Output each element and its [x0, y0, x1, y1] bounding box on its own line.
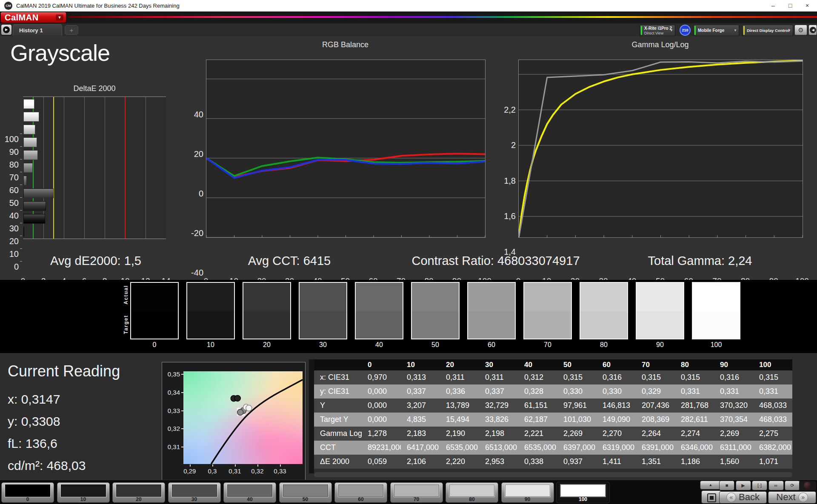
swatch-actual-60 [468, 283, 515, 311]
transport-loop-button[interactable]: [·] [752, 481, 767, 490]
table-cell: 0,329 [636, 384, 675, 399]
back-button[interactable]: « Back [719, 491, 767, 504]
table-cell: 2,275 [753, 427, 792, 441]
meter-dropdown[interactable]: X-Rite i1Pro 2 Direct View ▼ [640, 25, 675, 36]
table-cell: 0,000 [362, 399, 401, 413]
table-cell: 146,813 [597, 399, 636, 413]
deltae-tick-label: 80 [0, 160, 19, 170]
table-cell: 1,411 [597, 455, 636, 469]
deltae-tick-label: 50 [0, 198, 19, 208]
pattern-button-30[interactable]: 30 [168, 482, 221, 503]
detail-panel: Current Reading x: 0,3147 y: 0,3308 fL: … [0, 353, 817, 480]
display-control-dropdown[interactable]: Direct Display Control ▼ [742, 25, 793, 36]
pattern-button-50[interactable]: 50 [279, 482, 332, 503]
pattern-patch-0 [5, 484, 50, 497]
settings-gear-button[interactable]: ⚙ [794, 25, 807, 35]
collapse-panel-button[interactable]: ◀ [808, 25, 817, 35]
table-header-row: 0102030405060708090100 [314, 359, 792, 370]
table-cell: 0,331 [753, 384, 792, 399]
pattern-patch-60 [338, 484, 383, 497]
next-arrows-icon: » [798, 493, 808, 502]
transport-stop-button[interactable]: ■ [719, 481, 734, 490]
pattern-button-80[interactable]: 80 [446, 482, 498, 503]
table-cell: 1,351 [636, 455, 675, 469]
pattern-button-60[interactable]: 60 [334, 482, 387, 503]
swatch-50 [411, 282, 460, 339]
pattern-button-20[interactable]: 20 [112, 482, 165, 503]
measured-point-dark [234, 395, 240, 401]
transport-refresh-button[interactable]: ⟳ [785, 481, 800, 490]
pattern-button-100[interactable]: 100 [557, 482, 609, 503]
table-cell: 2,269 [714, 427, 753, 441]
stat-contrast-ratio: Contrast Ratio: 468033074917 [411, 254, 580, 268]
cie-y-tick-label: 0,33 [165, 407, 180, 414]
deltae-tick-label: 20 [0, 236, 19, 246]
table-cell: 6382,000 [753, 441, 792, 455]
pattern-patch-30 [172, 484, 217, 497]
deltae-tick [20, 197, 22, 198]
pattern-patch-80 [449, 484, 494, 497]
table-cell: 6319,000 [597, 441, 636, 455]
deltae-bar-70 [23, 137, 37, 147]
deltae-gridline [146, 97, 146, 239]
target-row-label: Target [123, 308, 129, 342]
table-header-cell: 0 [362, 359, 401, 370]
swatch-10 [186, 282, 235, 339]
workflow-nav-button[interactable]: ▶ [1, 25, 11, 35]
table-cell: 370,320 [714, 399, 753, 413]
swatch-label-30: 30 [299, 341, 347, 349]
transport-play-button[interactable]: ▶ [736, 481, 751, 490]
stop-measure-button[interactable] [701, 490, 721, 504]
cie-chart-panel: 0,350,340,330,320,31 0,290,30,310,320,33 [162, 362, 306, 481]
deltae-ref-target-warn [53, 97, 54, 239]
table-header-cell: 50 [557, 359, 597, 370]
tab-history-1[interactable]: History 1 [13, 24, 62, 36]
calman-window: CM CalMAN 2019 CalMAN Ultimate for Busin… [0, 0, 817, 504]
pattern-label-30: 30 [169, 496, 220, 502]
swatch-label-40: 40 [355, 341, 403, 349]
calman-menu-button[interactable]: CalMAN ▼ [1, 12, 66, 23]
table-header-cell: 10 [401, 359, 440, 370]
table-cell: 2,106 [401, 455, 440, 469]
table-cell: 6397,000 [557, 441, 597, 455]
table-cell: 0,937 [557, 455, 597, 469]
minimize-button[interactable]: – [766, 0, 780, 11]
next-button[interactable]: Next » [768, 491, 816, 504]
table-cell: 2,198 [479, 427, 518, 441]
swatch-target-20 [243, 311, 290, 339]
chevron-down-icon: ▼ [788, 28, 791, 32]
deltae-tick [20, 159, 22, 159]
pattern-patch-100 [560, 484, 606, 497]
transport-continuous-button[interactable]: ∞ [768, 481, 784, 490]
table-cell: 282,611 [675, 413, 714, 427]
pattern-button-0[interactable]: 0 [1, 482, 54, 503]
maximize-button[interactable]: □ [783, 0, 797, 11]
swatch-actual-90 [637, 283, 683, 311]
table-cell: 468,033 [753, 413, 792, 427]
cie-x-tick-label: 0,29 [183, 467, 196, 475]
gamma-chart-title: Gamma Log/Log [518, 40, 802, 49]
page-title: Grayscale [10, 40, 110, 66]
pattern-button-90[interactable]: 90 [501, 482, 554, 503]
close-button[interactable]: × [800, 0, 814, 11]
pattern-button-70[interactable]: 70 [390, 482, 443, 503]
table-cell: 32,729 [479, 399, 518, 413]
eject-button[interactable]: ▲ [700, 481, 721, 490]
table-cell: 0,000 [362, 413, 401, 427]
reading-x: x: 0,3147 [8, 392, 60, 407]
deltae-bar-40 [23, 176, 27, 185]
y-tick-label: -40 [185, 268, 203, 278]
chevron-down-icon: ▼ [670, 28, 673, 32]
deltae-bar-30 [23, 188, 54, 198]
source-dropdown[interactable]: Mobile Forge ▼ [693, 25, 739, 36]
table-cell: 281,768 [675, 399, 714, 413]
swatch-label-100: 100 [692, 341, 740, 349]
swatch-90 [636, 282, 684, 339]
pattern-button-40[interactable]: 40 [223, 482, 276, 503]
add-tab-button[interactable]: + [65, 25, 78, 35]
table-scrollbar[interactable] [314, 472, 792, 477]
pattern-patch-90 [505, 484, 550, 497]
table-cell: 468,033 [753, 399, 792, 413]
table-cell: 2,221 [518, 427, 557, 441]
pattern-button-10[interactable]: 10 [57, 482, 110, 503]
